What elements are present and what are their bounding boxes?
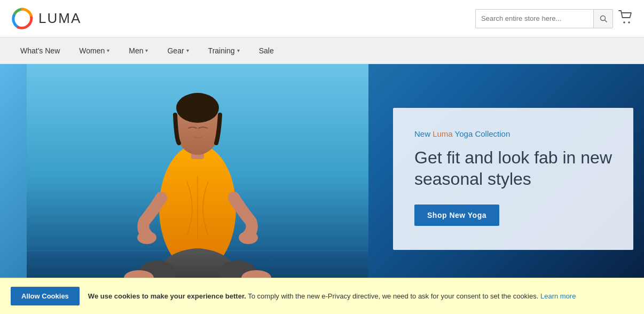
shop-new-yoga-button[interactable]: Shop New Yoga [414, 205, 499, 226]
hero-section: New Luma Yoga Collection Get fit and loo… [0, 64, 644, 294]
cookie-text: We use cookies to make your experience b… [88, 292, 633, 294]
search-button[interactable] [593, 9, 612, 28]
nav-item-whats-new[interactable]: What's New [11, 37, 69, 64]
subtitle-start: New [414, 129, 433, 138]
hero-card-subtitle: New Luma Yoga Collection [414, 129, 612, 138]
cart-icon [618, 10, 633, 24]
search-icon [600, 15, 607, 22]
nav-item-women[interactable]: Women ▾ [69, 37, 119, 64]
chevron-down-icon: ▾ [186, 48, 189, 53]
hero-card: New Luma Yoga Collection Get fit and loo… [393, 108, 633, 250]
nav-item-training[interactable]: Training ▾ [199, 37, 249, 64]
subtitle-brand: Luma [433, 129, 453, 138]
nav-label-whats-new: What's New [20, 46, 60, 55]
chevron-down-icon: ▾ [237, 48, 240, 53]
nav-label-men: Men [129, 46, 143, 55]
logo-text: LUMA [38, 10, 81, 27]
cookie-banner-content: Allow Cookies We use cookies to make you… [11, 287, 633, 294]
nav-item-sale[interactable]: Sale [249, 37, 284, 64]
hero-card-title: Get fit and look fab in new seasonal sty… [414, 147, 612, 190]
chevron-down-icon: ▾ [145, 48, 148, 53]
header-right [475, 9, 633, 28]
allow-cookies-button[interactable]: Allow Cookies [11, 287, 80, 294]
nav-label-gear: Gear [167, 46, 184, 55]
hero-illustration [27, 64, 368, 294]
svg-point-4 [628, 21, 630, 23]
svg-point-14 [239, 231, 258, 244]
search-input[interactable] [476, 14, 593, 22]
chevron-down-icon: ▾ [107, 48, 109, 53]
luma-logo-icon [11, 7, 34, 30]
search-box [475, 9, 613, 28]
nav-item-men[interactable]: Men ▾ [119, 37, 158, 64]
svg-point-3 [623, 21, 625, 23]
cart-button[interactable] [618, 10, 633, 27]
hero-figure [27, 64, 368, 294]
nav-item-gear[interactable]: Gear ▾ [158, 37, 198, 64]
subtitle-end: Yoga Collection [453, 129, 511, 138]
nav-label-training: Training [208, 46, 235, 55]
nav-label-sale: Sale [259, 46, 274, 55]
cookie-learn-more-link[interactable]: Learn more [540, 292, 576, 294]
cookie-body-text: To comply with the new e-Privacy directi… [248, 292, 540, 294]
nav-label-women: Women [79, 46, 105, 55]
svg-point-13 [137, 231, 156, 244]
svg-line-2 [604, 20, 607, 22]
header: LUMA [0, 0, 644, 37]
cookie-bold-text: We use cookies to make your experience b… [88, 292, 246, 294]
svg-point-12 [188, 93, 207, 108]
logo-area: LUMA [11, 7, 81, 30]
main-nav: What's New Women ▾ Men ▾ Gear ▾ Training… [0, 37, 644, 64]
cookie-banner: Allow Cookies We use cookies to make you… [0, 278, 644, 294]
